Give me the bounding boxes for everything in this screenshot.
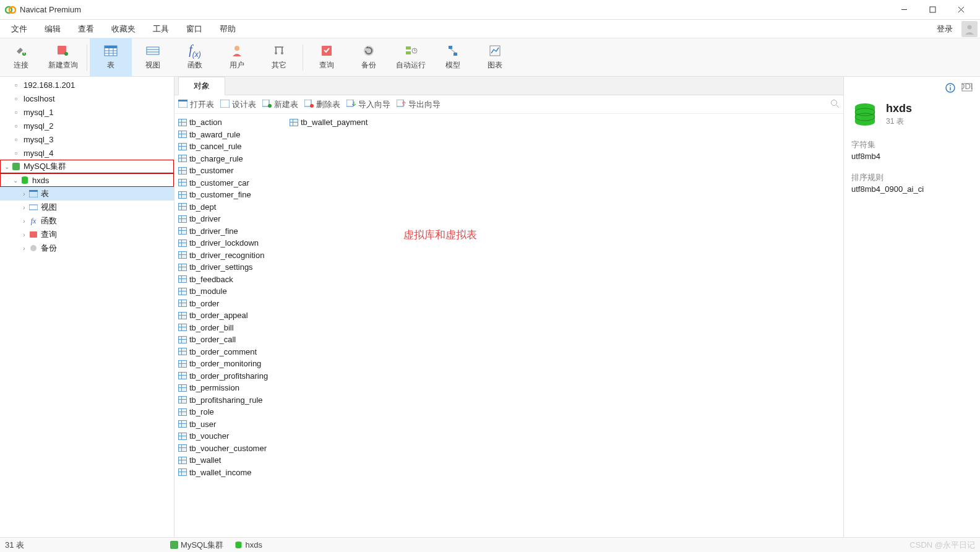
connection-node[interactable]: ▫mysql_1	[0, 105, 174, 119]
login-link[interactable]: 登录	[932, 21, 958, 37]
toolbar-backup[interactable]: 备份	[348, 38, 390, 77]
cluster-node[interactable]: ⌄MySQL集群	[0, 160, 174, 173]
toolbar-connection[interactable]: +连接	[0, 38, 42, 77]
newquery-icon	[54, 44, 72, 58]
minimize-button[interactable]	[890, 0, 918, 20]
table-item[interactable]: tb_customer_car	[178, 177, 268, 189]
chevron-down-icon[interactable]: ⌄	[11, 177, 20, 184]
table-item[interactable]: tb_wallet	[178, 454, 268, 467]
table-item[interactable]: tb_cancel_rule	[178, 140, 268, 153]
chevron-right-icon[interactable]: ›	[20, 218, 28, 225]
table-item[interactable]: tb_driver	[178, 213, 268, 225]
table-icon	[178, 179, 187, 186]
table-item[interactable]: tb_role	[178, 406, 268, 418]
chevron-down-icon[interactable]: ⌄	[2, 163, 11, 170]
backups-node[interactable]: ›备份	[0, 241, 174, 255]
table-item[interactable]: tb_module	[178, 285, 268, 298]
new-table-button[interactable]: 新建表	[262, 99, 298, 110]
toolbar-user[interactable]: 用户	[216, 38, 258, 77]
toolbar: +连接 新建查询 表 视图 f(x)函数 用户 其它 查询 备份 自动运行 模型…	[0, 38, 980, 77]
table-item[interactable]: tb_voucher_customer	[178, 442, 268, 455]
queries-node[interactable]: ›查询	[0, 228, 174, 241]
toolbar-view[interactable]: 视图	[132, 38, 174, 77]
menu-view[interactable]: 查看	[69, 21, 103, 37]
table-item[interactable]: tb_customer_fine	[178, 189, 268, 201]
table-icon	[178, 227, 187, 235]
views-node[interactable]: ›视图	[0, 201, 174, 214]
avatar-icon[interactable]	[961, 21, 978, 37]
chevron-right-icon[interactable]: ›	[20, 204, 28, 211]
toolbar-other[interactable]: 其它	[258, 38, 300, 77]
chevron-right-icon[interactable]: ›	[20, 191, 28, 197]
connection-node[interactable]: ▫mysql_3	[0, 132, 174, 146]
search-icon[interactable]	[830, 99, 840, 110]
connection-node[interactable]: ▫mysql_4	[0, 146, 174, 160]
table-item[interactable]: tb_driver_settings	[178, 261, 268, 274]
menu-favorites[interactable]: 收藏夹	[103, 21, 144, 37]
table-item[interactable]: tb_order	[178, 298, 268, 310]
table-item[interactable]: tb_order_appeal	[178, 309, 268, 322]
table-item[interactable]: tb_charge_rule	[178, 153, 268, 165]
connection-icon: ▫	[11, 80, 21, 90]
toolbar-query[interactable]: 查询	[306, 38, 348, 77]
tab-objects[interactable]: 对象	[178, 77, 225, 95]
table-item[interactable]: tb_driver_recognition	[178, 249, 268, 262]
menu-window[interactable]: 窗口	[178, 21, 211, 37]
table-item[interactable]: tb_wallet_income	[178, 467, 268, 479]
table-icon	[178, 264, 187, 271]
import-wizard-button[interactable]: 导入向导	[346, 99, 390, 110]
svg-rect-42	[178, 100, 187, 101]
functions-node[interactable]: ›fx函数	[0, 214, 174, 228]
table-item[interactable]: tb_order_monitoring	[178, 358, 268, 370]
table-item[interactable]: tb_order_bill	[178, 322, 268, 334]
pencil-icon	[220, 100, 230, 109]
table-list: tb_actiontb_award_ruletb_cancel_ruletb_c…	[174, 114, 843, 537]
table-item[interactable]: tb_customer	[178, 165, 268, 177]
toolbar-function[interactable]: f(x)函数	[174, 38, 216, 77]
svg-point-47	[310, 104, 314, 108]
table-item[interactable]: tb_dept	[178, 201, 268, 213]
table-item[interactable]: tb_feedback	[178, 274, 268, 286]
close-button[interactable]	[947, 0, 975, 20]
toolbar-autorun[interactable]: 自动运行	[390, 38, 432, 77]
maximize-button[interactable]	[918, 0, 947, 20]
svg-point-54	[950, 85, 951, 87]
toolbar-model[interactable]: 模型	[432, 38, 474, 77]
toolbar-newquery[interactable]: 新建查询	[42, 38, 84, 77]
info-icon[interactable]	[945, 83, 955, 95]
table-item[interactable]: tb_order_call	[178, 334, 268, 346]
menu-help[interactable]: 帮助	[211, 21, 244, 37]
chevron-right-icon[interactable]: ›	[20, 245, 28, 252]
tables-node[interactable]: ›表	[0, 187, 174, 201]
connection-icon: ▫	[11, 148, 21, 158]
menu-file[interactable]: 文件	[2, 21, 36, 37]
table-item[interactable]: tb_order_comment	[178, 346, 268, 358]
ddl-icon[interactable]: DDL	[961, 83, 973, 95]
table-item[interactable]: tb_award_rule	[178, 129, 268, 141]
table-icon	[178, 239, 187, 247]
toolbar-chart[interactable]: 图表	[474, 38, 516, 77]
table-item[interactable]: tb_action	[178, 116, 268, 129]
table-item[interactable]: tb_user	[178, 418, 268, 431]
menu-edit[interactable]: 编辑	[36, 21, 69, 37]
connection-node[interactable]: ▫192.168.1.201	[0, 78, 174, 92]
collation-value: utf8mb4_0900_ai_ci	[851, 184, 973, 194]
export-wizard-button[interactable]: 导出向导	[397, 99, 441, 110]
table-item[interactable]: tb_voucher	[178, 430, 268, 442]
table-item[interactable]: tb_driver_fine	[178, 225, 268, 238]
open-table-button[interactable]: 打开表	[178, 99, 214, 110]
table-item[interactable]: tb_permission	[178, 382, 268, 394]
table-item[interactable]: tb_profitsharing_rule	[178, 394, 268, 407]
connection-node[interactable]: ▫locslhost	[0, 92, 174, 105]
connection-node[interactable]: ▫mysql_2	[0, 119, 174, 132]
table-item[interactable]: tb_order_profitsharing	[178, 370, 268, 382]
menu-tools[interactable]: 工具	[144, 21, 178, 37]
database-node[interactable]: ⌄hxds	[0, 173, 174, 187]
design-table-button[interactable]: 设计表	[220, 99, 256, 110]
delete-table-button[interactable]: 删除表	[304, 99, 340, 110]
table-item[interactable]: tb_driver_lockdown	[178, 237, 268, 249]
chevron-right-icon[interactable]: ›	[20, 231, 28, 238]
toolbar-table[interactable]: 表	[90, 38, 132, 77]
table-item[interactable]: tb_wallet_payment	[290, 116, 368, 129]
cluster-icon	[11, 162, 21, 171]
